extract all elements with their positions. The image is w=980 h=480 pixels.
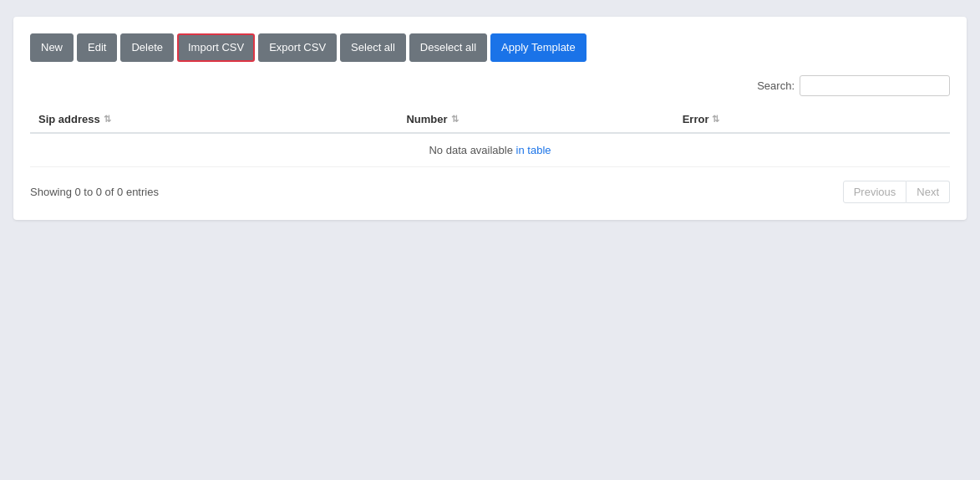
table-container: Sip address ⇅ Number ⇅ E	[30, 106, 950, 167]
export-csv-button[interactable]: Export CSV	[258, 33, 337, 62]
sort-icon-sip: ⇅	[104, 114, 111, 125]
toolbar: New Edit Delete Import CSV Export CSV Se…	[30, 33, 950, 62]
data-table: Sip address ⇅ Number ⇅ E	[30, 106, 950, 167]
next-button[interactable]: Next	[906, 181, 950, 203]
search-label: Search:	[757, 79, 795, 92]
select-all-button[interactable]: Select all	[340, 33, 406, 62]
main-card: New Edit Delete Import CSV Export CSV Se…	[13, 17, 967, 220]
col-header-number[interactable]: Number ⇅	[398, 106, 673, 133]
import-csv-button[interactable]: Import CSV	[177, 33, 255, 62]
col-header-sip[interactable]: Sip address ⇅	[30, 106, 398, 133]
col-header-error[interactable]: Error ⇅	[674, 106, 950, 133]
table-header-row: Sip address ⇅ Number ⇅ E	[30, 106, 950, 133]
search-input[interactable]	[800, 75, 950, 96]
deselect-all-button[interactable]: Deselect all	[409, 33, 487, 62]
apply-template-button[interactable]: Apply Template	[490, 33, 586, 62]
edit-button[interactable]: Edit	[77, 33, 117, 62]
sort-icon-error: ⇅	[712, 114, 719, 125]
delete-button[interactable]: Delete	[120, 33, 174, 62]
no-data-cell: No data available in table	[30, 133, 950, 167]
entries-info: Showing 0 to 0 of 0 entries	[30, 186, 159, 198]
footer-bar: Showing 0 to 0 of 0 entries Previous Nex…	[30, 181, 950, 203]
no-data-row: No data available in table	[30, 133, 950, 167]
pagination: Previous Next	[843, 181, 950, 203]
search-bar: Search:	[30, 75, 950, 96]
previous-button[interactable]: Previous	[843, 181, 907, 203]
page-wrapper: New Edit Delete Import CSV Export CSV Se…	[0, 0, 980, 480]
new-button[interactable]: New	[30, 33, 74, 62]
sort-icon-number: ⇅	[451, 114, 459, 125]
